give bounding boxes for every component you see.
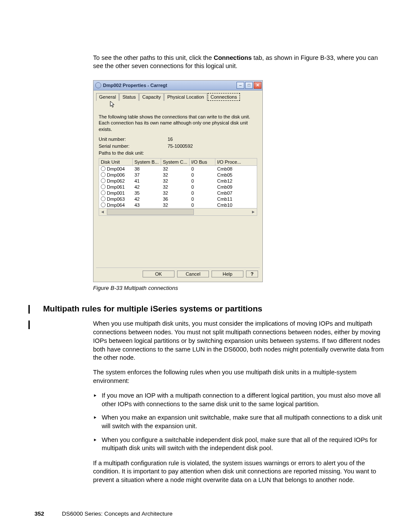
cell-system-c: 32 xyxy=(161,178,190,184)
serial-number-label: Serial number: xyxy=(99,143,168,149)
cell-disk: Dmp004 xyxy=(107,166,125,171)
cell-io-bus: 0 xyxy=(190,196,215,202)
table-row[interactable]: Dmp06443320Cmb10 xyxy=(99,202,257,208)
tab-strip: General Status Capacity Physical Locatio… xyxy=(96,93,260,101)
tab-capacity[interactable]: Capacity xyxy=(139,93,164,101)
cell-system-c: 36 xyxy=(161,196,190,202)
th-system-b[interactable]: System B... xyxy=(133,159,161,165)
cancel-button[interactable]: Cancel xyxy=(177,271,209,277)
tab-status[interactable]: Status xyxy=(119,93,139,101)
cell-io-proce: Cmb11 xyxy=(215,196,252,202)
para-3: If a multipath configuration rule is vio… xyxy=(93,459,387,485)
cell-system-b: 38 xyxy=(133,166,161,172)
paths-label: Paths to the disk unit: xyxy=(99,150,168,156)
cell-system-b: 42 xyxy=(133,196,161,202)
th-io-proce[interactable]: I/O Proce... xyxy=(215,159,252,165)
rules-list: If you move an IOP with a multipath conn… xyxy=(93,392,387,453)
cell-system-c: 32 xyxy=(161,190,190,196)
cell-io-proce: Cmb12 xyxy=(215,178,252,184)
table-row[interactable]: Dmp06342360Cmb11 xyxy=(99,196,257,202)
disk-icon xyxy=(101,196,106,201)
list-item: When you configure a switchable independ… xyxy=(102,436,387,453)
page-footer: 352 DS6000 Series: Concepts and Architec… xyxy=(34,510,387,517)
table-row[interactable]: Dmp06241320Cmb12 xyxy=(99,178,257,184)
disk-icon xyxy=(101,178,106,183)
description-text: The following table shows the connection… xyxy=(99,114,257,132)
scroll-right-icon[interactable]: ► xyxy=(250,209,257,214)
tab-general[interactable]: General xyxy=(96,93,119,101)
table-row[interactable]: Dmp00637320Cmb05 xyxy=(99,172,257,178)
window-title: Dmp002 Properties - Carregt xyxy=(103,83,237,88)
cell-disk: Dmp061 xyxy=(107,184,125,190)
close-button[interactable]: ✕ xyxy=(254,82,262,89)
cell-io-proce: Cmb09 xyxy=(215,184,252,190)
cell-io-bus: 0 xyxy=(190,190,215,196)
serial-number-value: 75-1000592 xyxy=(168,143,193,149)
disk-icon xyxy=(101,166,106,171)
help-button[interactable]: Help xyxy=(212,271,243,277)
cell-io-bus: 0 xyxy=(190,172,215,178)
titlebar: Dmp002 Properties - Carregt – □ ✕ xyxy=(93,81,262,90)
cell-io-proce: Cmb10 xyxy=(215,202,252,208)
scroll-left-icon[interactable]: ◄ xyxy=(99,209,106,214)
minimize-button[interactable]: – xyxy=(237,82,244,89)
cell-system-c: 32 xyxy=(161,166,190,172)
horizontal-scrollbar[interactable]: ◄ ► xyxy=(99,208,257,215)
book-title: DS6000 Series: Concepts and Architecture xyxy=(62,510,173,517)
disk-icon xyxy=(101,190,106,195)
connections-table: Disk Unit System B... System C... I/O Bu… xyxy=(99,158,257,216)
tab-physical-location[interactable]: Physical Location xyxy=(164,93,207,101)
cell-disk: Dmp001 xyxy=(107,190,125,196)
page-number: 352 xyxy=(34,510,60,517)
cell-system-b: 42 xyxy=(133,184,161,190)
th-system-c[interactable]: System C... xyxy=(161,159,190,165)
ok-button[interactable]: OK xyxy=(143,271,174,277)
cell-io-proce: Cmb07 xyxy=(215,190,252,196)
figure-caption: Figure B-33 Multipath connections xyxy=(93,285,387,291)
th-disk-unit[interactable]: Disk Unit xyxy=(99,159,133,165)
cell-io-bus: 0 xyxy=(190,184,215,190)
unit-number-value: 16 xyxy=(168,137,173,142)
cell-system-c: 32 xyxy=(161,202,190,208)
figure-dialog: Dmp002 Properties - Carregt – □ ✕ Genera… xyxy=(93,80,263,282)
para-2: The system enforces the following rules … xyxy=(93,368,387,385)
cell-disk: Dmp062 xyxy=(107,178,125,184)
cell-io-bus: 0 xyxy=(190,202,215,208)
cell-system-c: 32 xyxy=(161,184,190,190)
cell-disk: Dmp063 xyxy=(107,196,125,202)
cursor-pointer-icon xyxy=(110,101,116,109)
disk-icon xyxy=(101,202,106,207)
intro-paragraph: To see the other paths to this unit, cli… xyxy=(93,54,387,71)
para-1: When you use multipath disk units, you m… xyxy=(93,320,387,362)
disk-icon xyxy=(95,82,101,88)
cell-io-proce: Cmb08 xyxy=(215,166,252,172)
scroll-thumb[interactable] xyxy=(107,209,194,215)
cell-disk: Dmp006 xyxy=(107,172,125,177)
cell-system-b: 37 xyxy=(133,172,161,178)
cell-disk: Dmp064 xyxy=(107,202,125,208)
table-row[interactable]: Dmp06142320Cmb09 xyxy=(99,184,257,190)
tab-connections[interactable]: Connections xyxy=(208,93,240,101)
unit-number-label: Unit number: xyxy=(99,137,168,142)
section-heading: Multipath rules for multiple iSeries sys… xyxy=(43,304,387,314)
list-item: If you move an IOP with a multipath conn… xyxy=(102,392,387,408)
list-item: When you make an expansion unit switchab… xyxy=(102,414,387,430)
cell-io-bus: 0 xyxy=(190,178,215,184)
cell-system-b: 43 xyxy=(133,202,161,208)
context-help-button[interactable]: ? xyxy=(246,271,258,277)
cell-io-bus: 0 xyxy=(190,166,215,172)
maximize-button[interactable]: □ xyxy=(245,82,253,89)
th-io-bus[interactable]: I/O Bus xyxy=(190,159,215,165)
disk-icon xyxy=(101,172,106,177)
table-row[interactable]: Dmp00135320Cmb07 xyxy=(99,190,257,196)
cell-system-b: 41 xyxy=(133,178,161,184)
disk-icon xyxy=(101,184,106,189)
table-row[interactable]: Dmp00438320Cmb08 xyxy=(99,166,257,172)
cell-io-proce: Cmb05 xyxy=(215,172,252,178)
cell-system-b: 35 xyxy=(133,190,161,196)
cell-system-c: 32 xyxy=(161,172,190,178)
